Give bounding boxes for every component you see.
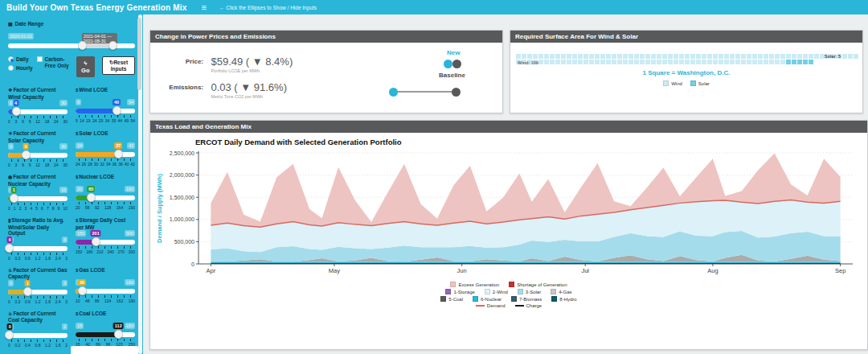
sidebar-scrollbar[interactable] xyxy=(138,14,142,354)
storage-ratio-track[interactable] xyxy=(8,246,68,251)
wind-square xyxy=(707,54,712,59)
radio-daily[interactable]: Daily xyxy=(8,56,33,62)
wind-square xyxy=(645,54,650,59)
price-new-dot[interactable] xyxy=(444,60,452,68)
ercot-demand-chart[interactable]: 0500,0001,000,0001,500,0002,000,0002,500… xyxy=(154,146,864,277)
svg-text:2,000,000: 2,000,000 xyxy=(170,172,194,178)
wind-square xyxy=(589,54,594,59)
gas-lcoe-track[interactable] xyxy=(76,289,135,294)
price-baseline-dot[interactable] xyxy=(452,60,461,68)
date-range-handle-start[interactable] xyxy=(78,41,87,50)
wind-count-label: Wind: 109 xyxy=(518,60,538,65)
wind-square xyxy=(758,60,763,64)
svg-text:1,000,000: 1,000,000 xyxy=(170,216,194,222)
wind-capacity-track[interactable] xyxy=(8,109,68,114)
coal-lcoe-track[interactable] xyxy=(76,332,135,337)
slider-wind-lcoe: $Wind LCOE940549141924293439444954 xyxy=(76,87,135,124)
slider-gas-lcoe: $Gas LCOE1030190104886124162190 xyxy=(76,267,135,304)
gas-lcoe-handle[interactable] xyxy=(78,286,87,295)
svg-text:Jun: Jun xyxy=(457,267,467,274)
wind-square xyxy=(797,54,802,59)
nuclear-lcoe-handle[interactable] xyxy=(87,193,96,202)
wind-square xyxy=(769,54,774,59)
chart-legend-item: 4-Gas xyxy=(551,289,571,294)
wind-square xyxy=(696,60,701,64)
wind-square xyxy=(583,60,588,64)
wind-square xyxy=(775,60,780,64)
wind-square xyxy=(724,54,729,59)
wind-square xyxy=(713,60,718,64)
wind-square xyxy=(758,54,763,59)
solar-lcoe-handle[interactable] xyxy=(114,150,123,158)
wind-square xyxy=(735,60,740,64)
coal-icon: ♨ xyxy=(8,311,12,316)
radio-daily-dot[interactable] xyxy=(8,56,14,62)
wind-capacity-handle[interactable] xyxy=(12,107,21,116)
new-vs-baseline-dumbbell: New Baseline xyxy=(379,49,516,107)
solar-capacity-value: 9 xyxy=(23,143,29,150)
wind-square xyxy=(741,54,746,59)
wind-square xyxy=(764,54,768,59)
solar-lcoe-max: 42 xyxy=(127,142,135,149)
wind-square xyxy=(617,54,622,59)
wind-square xyxy=(634,54,639,59)
wind-square xyxy=(702,54,706,59)
slider-nuclear-capacity: ◉Factor of Current Nuclear Capacity01100… xyxy=(8,174,68,211)
svg-text:Sep: Sep xyxy=(835,267,845,274)
solar-capacity-track[interactable] xyxy=(8,153,68,158)
emissions-new-dot[interactable] xyxy=(389,88,398,97)
nuclear-capacity-handle[interactable] xyxy=(10,194,18,203)
hamburger-menu-icon[interactable]: ≡ xyxy=(202,2,207,12)
solar-square xyxy=(797,60,802,64)
solar-capacity-min: 0 xyxy=(8,143,14,150)
price-panel-header: Change in Power Prices and Emissions xyxy=(150,31,502,43)
nuclear-capacity-track[interactable] xyxy=(8,196,68,201)
main-content: Change in Power Prices and Emissions Pri… xyxy=(143,14,868,354)
surface-area-grid: Wind: 109 Solar: 5 xyxy=(516,54,858,64)
wind-lcoe-track[interactable] xyxy=(76,109,135,113)
coal-capacity-handle[interactable] xyxy=(5,331,14,340)
slider-wind-capacity: ❖Factor of Current Wind Capacity04300369… xyxy=(8,87,68,124)
radio-hourly[interactable]: Hourly xyxy=(8,65,33,71)
slider-coal-lcoe: $Coal LCOE1511215015426996123150 xyxy=(76,311,135,348)
gas-capacity-handle[interactable] xyxy=(23,287,32,296)
wind-square xyxy=(550,54,555,59)
coal-capacity-track[interactable] xyxy=(8,333,68,338)
radio-hourly-dot[interactable] xyxy=(8,65,14,71)
wind-square xyxy=(730,60,735,64)
area-legend: WindSolar xyxy=(516,80,857,86)
storage-ratio-handle[interactable] xyxy=(5,244,14,253)
wind-lcoe-handle[interactable] xyxy=(113,106,121,115)
date-range-label: Date Range xyxy=(14,21,43,27)
gas-capacity-track[interactable] xyxy=(8,290,68,294)
wind-square xyxy=(567,60,571,64)
wind-square xyxy=(747,60,751,64)
storage-cost-track[interactable] xyxy=(76,240,135,245)
gas-lcoe-value: 30 xyxy=(78,279,86,286)
flame-icon: ♨ xyxy=(8,268,12,273)
storage-cost-handle[interactable] xyxy=(92,237,100,246)
coal-lcoe-min: 15 xyxy=(76,323,84,329)
emissions-baseline-dot[interactable] xyxy=(452,88,461,97)
price-emissions-panel: Change in Power Prices and Emissions Pri… xyxy=(149,30,503,113)
sliders-container: ❖Factor of Current Wind Capacity04300369… xyxy=(8,87,135,348)
carbon-free-box[interactable] xyxy=(37,56,43,62)
solar-capacity-handle[interactable] xyxy=(22,150,31,159)
date-range-slider[interactable] xyxy=(8,43,135,48)
slider-solar-capacity: ☀Factor of Current Solar Capacity0930036… xyxy=(8,130,68,167)
reset-inputs-button[interactable]: ↻Reset Inputs xyxy=(102,56,135,75)
wind-square xyxy=(578,54,583,59)
chart-legend-item: Excess Generation xyxy=(450,282,499,287)
wind-square xyxy=(612,54,616,59)
date-range-handle-end[interactable] xyxy=(108,41,117,50)
nuclear-lcoe-min: 20 xyxy=(76,186,84,192)
carbon-free-checkbox[interactable]: Carbon-Free Only xyxy=(37,56,72,68)
go-button[interactable]: ϟ Go xyxy=(76,56,95,77)
solar-lcoe-track[interactable] xyxy=(76,152,135,157)
coal-lcoe-value: 112 xyxy=(113,323,124,329)
nuclear-lcoe-track[interactable] xyxy=(76,196,135,200)
slider-solar-lcoe: $Solar LCOE24374224262830323436384042 xyxy=(76,130,135,167)
coal-lcoe-handle[interactable] xyxy=(114,330,123,339)
solar-capacity-max: 30 xyxy=(59,143,68,150)
wind-square xyxy=(769,60,774,64)
